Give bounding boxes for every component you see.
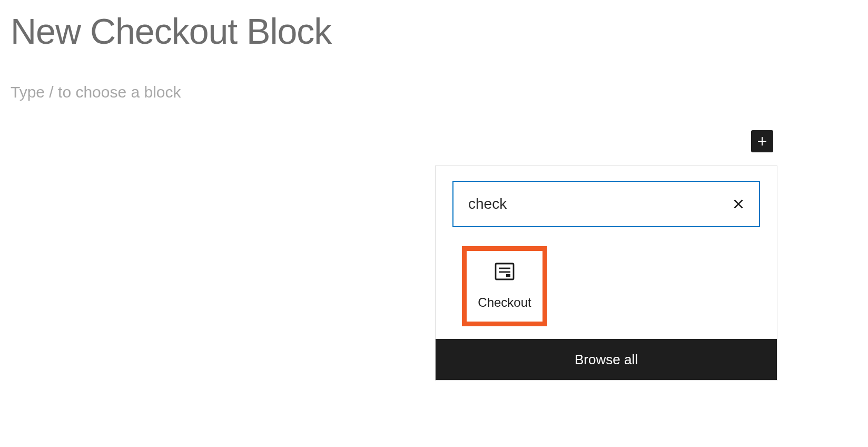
svg-rect-7 xyxy=(506,274,510,277)
search-input-wrapper xyxy=(452,181,760,227)
block-inserter-panel: Checkout Browse all xyxy=(435,166,777,381)
browse-all-button[interactable]: Browse all xyxy=(436,339,777,380)
block-results: Checkout xyxy=(452,246,760,326)
block-tile-label: Checkout xyxy=(478,295,531,310)
plus-icon xyxy=(756,135,768,148)
block-placeholder-text[interactable]: Type / to choose a block xyxy=(11,83,857,101)
inserter-body: Checkout xyxy=(436,166,777,339)
page-title: New Checkout Block xyxy=(11,11,857,52)
block-tile-checkout[interactable]: Checkout xyxy=(462,246,547,326)
block-search-input[interactable] xyxy=(452,181,760,227)
add-block-button[interactable] xyxy=(751,130,773,152)
clear-search-button[interactable] xyxy=(729,195,747,213)
close-icon xyxy=(732,197,745,211)
checkout-icon xyxy=(495,263,515,280)
